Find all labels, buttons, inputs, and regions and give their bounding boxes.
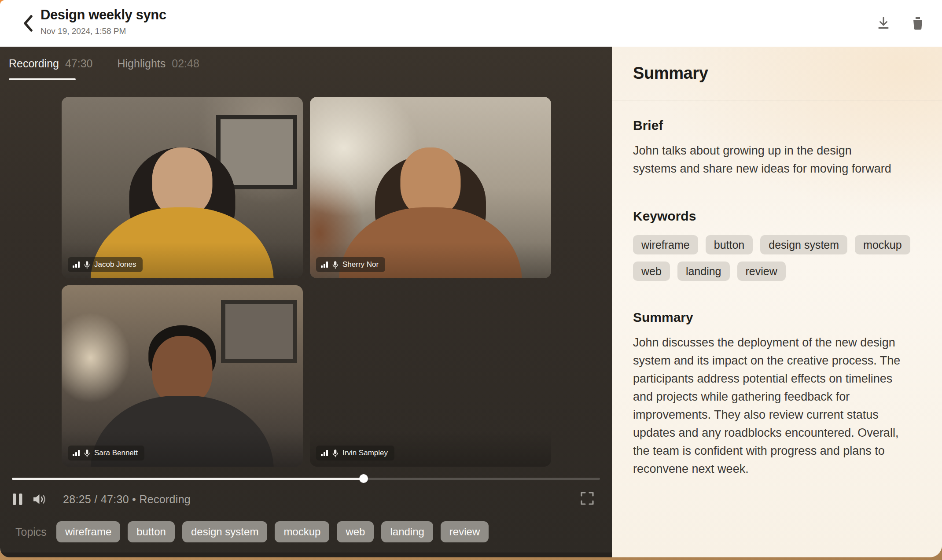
person-silhouette [310, 97, 551, 278]
volume-button[interactable] [32, 493, 48, 506]
pause-icon [12, 493, 23, 506]
participant-badge: Sara Bennett [68, 446, 144, 461]
participant-name: Irvin Sampley [342, 449, 388, 457]
app-background: Design weekly sync Nov 19, 2024, 1:58 PM [0, 0, 942, 560]
summary-section: Summary John discusses the deployment of… [633, 310, 921, 478]
header: Design weekly sync Nov 19, 2024, 1:58 PM [0, 0, 942, 47]
person-silhouette [62, 285, 303, 467]
participant-video [310, 285, 551, 467]
fullscreen-button[interactable] [579, 490, 595, 506]
delete-button[interactable] [910, 16, 925, 31]
panel-bottom-edge [0, 553, 612, 557]
topic-pill[interactable]: web [337, 521, 374, 542]
participant-video [310, 97, 551, 278]
progress-played [12, 478, 364, 480]
participant-tile[interactable]: Sherry Nor [310, 97, 551, 278]
recording-panel: Recording 47:30 Highlights 02:48 [0, 47, 612, 557]
participant-badge: Sherry Nor [316, 257, 385, 272]
participant-name: Sara Bennett [94, 449, 138, 457]
participant-tile[interactable]: Jacob Jones [62, 97, 303, 278]
keyword-tags: wireframe button design system mockup we… [633, 235, 921, 281]
keyword-pill[interactable]: design system [760, 235, 847, 254]
topic-pill[interactable]: wireframe [56, 521, 120, 542]
topic-pill[interactable]: review [441, 521, 489, 542]
seek-handle[interactable] [359, 474, 368, 483]
title-block: Design weekly sync Nov 19, 2024, 1:58 PM [40, 7, 166, 36]
download-icon [876, 16, 891, 31]
fullscreen-icon [579, 490, 595, 506]
brief-text: John talks about growing up in the desig… [633, 142, 897, 178]
playback-time-status: 28:25 / 47:30 • Recording [63, 493, 191, 506]
tab-duration: 47:30 [65, 57, 93, 70]
player-controls: 28:25 / 47:30 • Recording [12, 489, 191, 510]
summary-text: John discusses the deployment of the new… [633, 334, 910, 478]
pause-button[interactable] [12, 493, 23, 506]
keywords-section: Keywords wireframe button design system … [633, 209, 921, 281]
participant-badge: Irvin Sampley [316, 446, 394, 461]
topics-row: Topics wireframe button design system mo… [15, 519, 489, 544]
topic-pill[interactable]: mockup [275, 521, 329, 542]
keyword-pill[interactable]: wireframe [633, 235, 698, 254]
summary-panel-title: Summary [633, 64, 708, 83]
summary-panel-body: Brief John talks about growing up in the… [612, 100, 942, 478]
back-button[interactable] [16, 11, 40, 36]
keyword-pill[interactable]: landing [677, 262, 730, 281]
tab-bar: Recording 47:30 Highlights 02:48 [9, 47, 199, 80]
tab-label: Recording [9, 57, 59, 70]
signal-bars-icon [321, 450, 328, 456]
participant-name: Sherry Nor [342, 260, 379, 269]
summary-panel-header: Summary [612, 47, 942, 100]
download-button[interactable] [876, 16, 891, 31]
brief-section: Brief John talks about growing up in the… [633, 118, 921, 178]
back-chevron-icon [21, 14, 36, 33]
topic-pill[interactable]: landing [381, 521, 433, 542]
meeting-recording-window: Design weekly sync Nov 19, 2024, 1:58 PM [0, 0, 942, 557]
topic-pill[interactable]: button [128, 521, 175, 542]
topic-tags: wireframe button design system mockup we… [56, 521, 489, 542]
participant-grid: Jacob Jones [62, 97, 551, 467]
keyword-pill[interactable]: button [706, 235, 753, 254]
trash-icon [910, 16, 925, 31]
seek-track[interactable] [12, 478, 600, 480]
summary-heading: Summary [633, 310, 921, 325]
page-date: Nov 19, 2024, 1:58 PM [40, 26, 166, 36]
participant-video [62, 97, 303, 278]
person-silhouette [310, 285, 551, 467]
person-silhouette [62, 97, 303, 278]
header-actions [876, 0, 925, 47]
participant-name: Jacob Jones [94, 260, 136, 269]
tab-duration: 02:48 [172, 57, 199, 70]
page-title: Design weekly sync [40, 7, 166, 23]
keyword-pill[interactable]: mockup [855, 235, 910, 254]
keyword-pill[interactable]: web [633, 262, 670, 281]
participant-tile[interactable]: Sara Bennett [62, 285, 303, 467]
topic-pill[interactable]: design system [182, 521, 267, 542]
summary-panel: Summary Brief John talks about growing u… [612, 47, 942, 557]
signal-bars-icon [73, 262, 80, 268]
signal-bars-icon [321, 262, 328, 268]
brief-heading: Brief [633, 118, 921, 133]
keyword-pill[interactable]: review [737, 262, 786, 281]
microphone-icon [332, 261, 339, 269]
tab-highlights[interactable]: Highlights 02:48 [118, 47, 199, 80]
volume-icon [32, 493, 48, 506]
participant-badge: Jacob Jones [68, 257, 143, 272]
seek-bar[interactable] [12, 474, 600, 483]
topics-label: Topics [15, 526, 47, 538]
signal-bars-icon [73, 450, 80, 456]
microphone-icon [332, 449, 339, 457]
tab-label: Highlights [118, 57, 166, 70]
participant-tile[interactable]: Irvin Sampley [310, 285, 551, 467]
keywords-heading: Keywords [633, 209, 921, 224]
microphone-icon [84, 449, 90, 457]
tab-recording[interactable]: Recording 47:30 [9, 47, 93, 80]
participant-video [62, 285, 303, 467]
microphone-icon [84, 261, 90, 269]
